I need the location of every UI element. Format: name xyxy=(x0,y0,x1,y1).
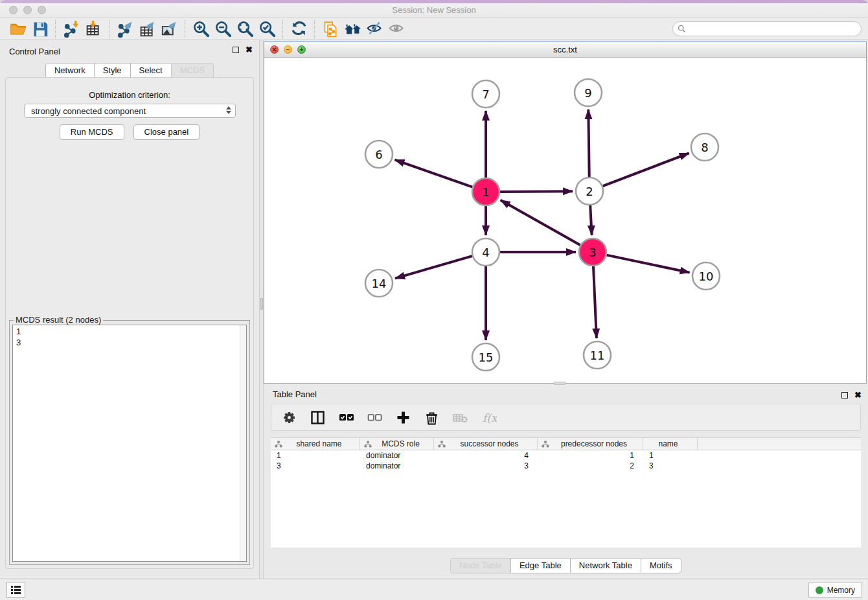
apply-layout-button[interactable] xyxy=(288,19,310,39)
import-network-button[interactable] xyxy=(60,19,82,39)
network-canvas[interactable]: 7 9 6 8 1 2 4 3 14 10 15 11 xyxy=(264,58,866,383)
node-2[interactable]: 2 xyxy=(576,178,603,205)
column-header-name[interactable]: name xyxy=(643,438,698,450)
vertical-splitter-grip[interactable] xyxy=(260,298,263,310)
show-columns-button[interactable] xyxy=(308,408,327,427)
zoom-in-icon xyxy=(192,20,210,38)
node-7[interactable]: 7 xyxy=(472,80,499,108)
table-cell[interactable]: dominator xyxy=(360,450,434,461)
node-11[interactable]: 11 xyxy=(584,341,611,369)
float-table-panel-icon[interactable] xyxy=(841,392,848,398)
search-input[interactable] xyxy=(686,23,861,35)
edge-1-2[interactable] xyxy=(500,191,573,192)
node-6[interactable]: 6 xyxy=(365,141,393,168)
table-toolbar: f(x) xyxy=(271,404,861,431)
first-neighbors-button[interactable] xyxy=(341,19,363,39)
toolbar-separator xyxy=(282,20,283,38)
export-image-button[interactable] xyxy=(158,19,180,39)
column-header-successor-nodes[interactable]: successor nodes xyxy=(434,438,538,450)
memory-button[interactable]: Memory xyxy=(808,582,862,598)
save-session-button[interactable] xyxy=(29,19,51,39)
zoom-fit-icon xyxy=(236,20,254,38)
titlebar-accent xyxy=(0,0,868,3)
zoom-selected-button[interactable] xyxy=(256,19,278,39)
tab-network-table[interactable]: Network Table xyxy=(570,558,641,573)
hide-selected-button[interactable] xyxy=(363,19,385,39)
column-header-MCDS-role[interactable]: MCDS role xyxy=(360,438,434,450)
node-1[interactable]: 1 xyxy=(472,178,499,205)
column-header-shared-name[interactable]: shared name xyxy=(271,438,360,450)
function-builder-button: f(x) xyxy=(479,408,498,427)
table-cell[interactable]: 1 xyxy=(271,450,360,461)
open-file-button[interactable] xyxy=(6,19,29,39)
table-cell[interactable]: 3 xyxy=(271,461,360,471)
mcds-result-scrollbar[interactable] xyxy=(240,325,246,561)
node-8[interactable]: 8 xyxy=(691,133,718,161)
dropdown-stepper-icon xyxy=(226,106,231,114)
memory-status-icon xyxy=(816,586,823,594)
select-all-button[interactable] xyxy=(336,408,356,427)
edge-1-6[interactable] xyxy=(395,160,473,187)
tab-select[interactable]: Select xyxy=(130,63,172,78)
table-cell[interactable]: 1 xyxy=(538,450,643,461)
zoom-fit-button[interactable] xyxy=(234,19,256,39)
edge-3-1[interactable] xyxy=(501,200,580,245)
criterion-dropdown[interactable]: strongly connected component xyxy=(24,104,236,118)
column-header-predecessor-nodes[interactable]: predecessor nodes xyxy=(538,438,643,450)
close-table-panel-icon[interactable]: ✖ xyxy=(854,392,862,398)
hide-selected-icon xyxy=(366,20,383,38)
control-panel: Control Panel ✖ NetworkStyleSelectMCDS O… xyxy=(0,40,259,579)
import-table-button[interactable] xyxy=(82,19,104,39)
titlebar: Session: New Session xyxy=(0,0,868,18)
tab-mcds[interactable]: MCDS xyxy=(171,63,214,78)
table-cell[interactable]: 3 xyxy=(643,461,698,471)
table-cell[interactable]: 2 xyxy=(538,461,643,471)
run-mcds-button[interactable]: Run MCDS xyxy=(60,124,124,140)
float-panel-icon[interactable] xyxy=(233,47,239,53)
edge-2-8[interactable] xyxy=(603,153,689,186)
zoom-in-button[interactable] xyxy=(190,19,212,39)
task-history-button[interactable] xyxy=(6,582,25,598)
tab-edge-table[interactable]: Edge Table xyxy=(510,558,571,573)
tab-node-table[interactable]: Node Table xyxy=(450,558,511,573)
export-table-button[interactable] xyxy=(136,19,158,39)
export-network-button[interactable] xyxy=(114,19,136,39)
toolbar-separator xyxy=(55,20,56,38)
settings-button[interactable] xyxy=(279,408,299,427)
add-row-button[interactable] xyxy=(393,408,413,427)
node-10[interactable]: 10 xyxy=(692,262,720,290)
delete-rows-button[interactable] xyxy=(422,408,441,427)
node-9[interactable]: 9 xyxy=(575,79,602,106)
node-15[interactable]: 15 xyxy=(472,343,499,371)
show-all-button[interactable] xyxy=(385,19,407,39)
vertical-splitter[interactable] xyxy=(259,40,264,579)
edge-2-9[interactable] xyxy=(588,110,589,177)
network-window-titlebar[interactable]: ✕ − + scc.txt xyxy=(264,42,866,58)
window-title: Session: New Session xyxy=(0,5,868,15)
node-3[interactable]: 3 xyxy=(579,238,606,266)
table-cell[interactable]: 1 xyxy=(643,450,698,461)
table-cell[interactable]: 3 xyxy=(434,461,538,471)
import-table-icon xyxy=(85,20,102,38)
zoom-out-button[interactable] xyxy=(212,19,234,39)
table-cell[interactable]: 4 xyxy=(434,450,538,461)
tab-motifs[interactable]: Motifs xyxy=(641,558,681,573)
tab-style[interactable]: Style xyxy=(94,63,131,78)
close-panel-button[interactable]: Close panel xyxy=(133,124,200,140)
node-4[interactable]: 4 xyxy=(472,238,499,266)
unselect-all-button[interactable] xyxy=(365,408,384,427)
search-box[interactable] xyxy=(672,21,862,36)
horizontal-splitter-grip[interactable] xyxy=(554,382,565,385)
tab-network[interactable]: Network xyxy=(45,63,95,78)
table-cell[interactable]: dominator xyxy=(360,461,434,471)
edge-4-14[interactable] xyxy=(395,256,472,279)
network-window: ✕ − + scc.txt 7 9 6 8 1 2 4 3 14 10 15 1… xyxy=(264,41,867,384)
edge-3-11[interactable] xyxy=(593,266,597,338)
close-panel-icon[interactable]: ✖ xyxy=(246,47,253,53)
edge-2-3[interactable] xyxy=(590,205,591,235)
control-panel-tabs: NetworkStyleSelectMCDS xyxy=(0,63,259,78)
mcds-result-text[interactable]: 1 3 xyxy=(12,325,247,562)
node-14[interactable]: 14 xyxy=(365,270,393,297)
clone-network-button[interactable] xyxy=(319,19,341,39)
edge-3-10[interactable] xyxy=(607,255,690,273)
